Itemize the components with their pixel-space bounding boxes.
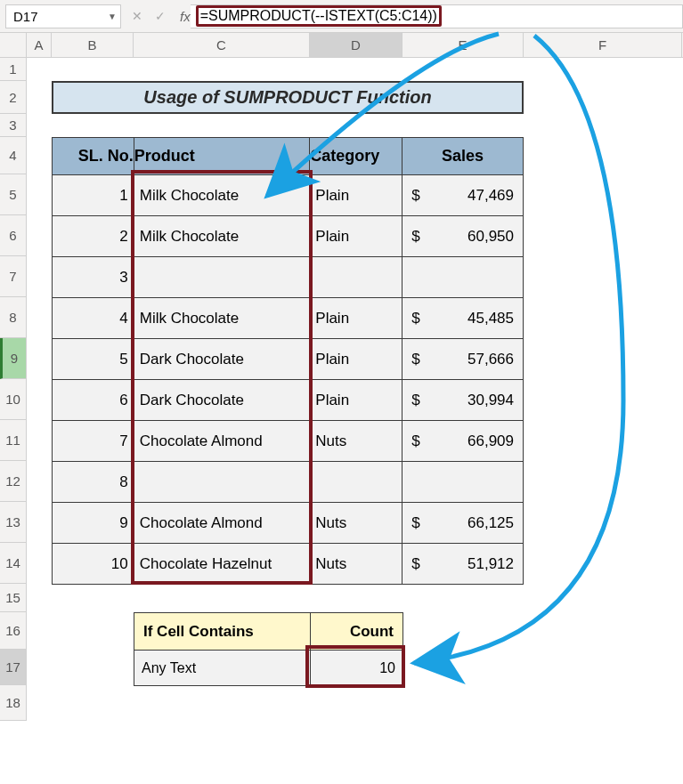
header-sales: Sales [402, 138, 524, 175]
cell-sales[interactable] [402, 462, 524, 503]
cell-product[interactable]: Chocolate Hazelnut [134, 544, 310, 585]
row-header-9[interactable]: 9 [0, 338, 27, 379]
cell-product[interactable]: Chocolate Almond [134, 421, 310, 462]
enter-icon[interactable]: ✓ [153, 9, 167, 23]
col-header-D[interactable]: D [310, 33, 402, 57]
cell-sales[interactable]: $66,125 [402, 503, 524, 544]
col-header-B[interactable]: B [52, 33, 134, 57]
cell-sales[interactable]: $47,469 [402, 175, 524, 216]
header-category: Category [310, 138, 402, 175]
cell-product[interactable] [134, 257, 310, 298]
cell-slno[interactable]: 5 [53, 339, 134, 380]
cell-sales[interactable]: $60,950 [402, 216, 524, 257]
table-row: 8 [53, 462, 524, 503]
cell-category[interactable] [310, 257, 402, 298]
table-row: 2Milk ChocolatePlain$60,950 [53, 216, 524, 257]
row-header-5[interactable]: 5 [0, 174, 27, 215]
table-row: 10Chocolate HazelnutNuts$51,912 [53, 544, 524, 585]
summary-header-condition: If Cell Contains [134, 613, 311, 651]
cell-slno[interactable]: 6 [53, 380, 134, 421]
row-header-15[interactable]: 15 [0, 584, 27, 612]
cell-category[interactable]: Nuts [310, 503, 402, 544]
cell-sales[interactable] [402, 257, 524, 298]
row-header-13[interactable]: 13 [0, 502, 27, 543]
cell-slno[interactable]: 9 [53, 503, 134, 544]
cell-product[interactable]: Dark Chocolate [134, 339, 310, 380]
row-header-18[interactable]: 18 [0, 685, 27, 721]
row-header-2[interactable]: 2 [0, 81, 27, 114]
cell-category[interactable]: Plain [310, 216, 402, 257]
summary-value[interactable]: 10 [311, 651, 403, 686]
cell-slno[interactable]: 7 [53, 421, 134, 462]
cell-sales[interactable]: $57,666 [402, 339, 524, 380]
table-row: 5Dark ChocolatePlain$57,666 [53, 339, 524, 380]
formula-bar-buttons: ✕ ✓ [130, 9, 167, 23]
table-header-row: SL. No. Product Category Sales [53, 138, 524, 175]
cell-slno[interactable]: 1 [53, 175, 134, 216]
cell-sales[interactable]: $51,912 [402, 544, 524, 585]
col-header-E[interactable]: E [402, 33, 524, 57]
row-header-6[interactable]: 6 [0, 215, 27, 256]
cell-sales[interactable]: $45,485 [402, 298, 524, 339]
cell-slno[interactable]: 2 [53, 216, 134, 257]
name-box-value: D17 [13, 9, 38, 24]
cell-product[interactable]: Chocolate Almond [134, 503, 310, 544]
formula-bar-input[interactable]: =SUMPRODUCT(--ISTEXT(C5:C14)) [191, 4, 683, 28]
page-title: Usage of SUMPRODUCT Function [52, 81, 524, 114]
cell-category[interactable]: Plain [310, 339, 402, 380]
cell-category[interactable] [310, 462, 402, 503]
table-row: 6Dark ChocolatePlain$30,994 [53, 380, 524, 421]
cell-product[interactable] [134, 462, 310, 503]
spreadsheet-grid: 1 2 3 4 5 6 7 8 9 10 11 12 13 14 15 16 1… [0, 58, 683, 721]
cell-product[interactable]: Milk Chocolate [134, 216, 310, 257]
cell-sales[interactable]: $30,994 [402, 380, 524, 421]
cell-product[interactable]: Milk Chocolate [134, 298, 310, 339]
summary-header-count: Count [311, 613, 403, 651]
col-header-A[interactable]: A [27, 33, 52, 57]
row-header-4[interactable]: 4 [0, 137, 27, 174]
cancel-icon[interactable]: ✕ [130, 9, 144, 23]
row-header-11[interactable]: 11 [0, 420, 27, 461]
row-headers: 1 2 3 4 5 6 7 8 9 10 11 12 13 14 15 16 1… [0, 58, 27, 721]
formula-text: =SUMPRODUCT(--ISTEXT(C5:C14)) [196, 5, 442, 27]
row-header-16[interactable]: 16 [0, 612, 27, 650]
cell-category[interactable]: Plain [310, 298, 402, 339]
fx-icon[interactable]: fx [180, 9, 191, 24]
col-header-F[interactable]: F [524, 33, 682, 57]
row-header-3[interactable]: 3 [0, 114, 27, 137]
row-header-14[interactable]: 14 [0, 543, 27, 584]
cell-slno[interactable]: 8 [53, 462, 134, 503]
name-box[interactable]: D17 ▼ [5, 4, 121, 28]
col-header-C[interactable]: C [134, 33, 310, 57]
row-header-8[interactable]: 8 [0, 297, 27, 338]
cell-category[interactable]: Plain [310, 380, 402, 421]
table-row: 1Milk ChocolatePlain$47,469 [53, 175, 524, 216]
data-table: SL. No. Product Category Sales 1Milk Cho… [52, 137, 524, 585]
row-header-10[interactable]: 10 [0, 379, 27, 420]
name-box-dropdown-icon[interactable]: ▼ [108, 12, 120, 21]
cell-slno[interactable]: 3 [53, 257, 134, 298]
cell-category[interactable]: Nuts [310, 421, 402, 462]
cell-product[interactable]: Dark Chocolate [134, 380, 310, 421]
row-header-7[interactable]: 7 [0, 256, 27, 297]
cell-sales[interactable]: $66,909 [402, 421, 524, 462]
cell-product[interactable]: Milk Chocolate [134, 175, 310, 216]
summary-row: Any Text 10 [134, 651, 403, 686]
table-row: 7Chocolate AlmondNuts$66,909 [53, 421, 524, 462]
cell-slno[interactable]: 4 [53, 298, 134, 339]
cell-category[interactable]: Plain [310, 175, 402, 216]
row-header-17[interactable]: 17 [0, 650, 27, 685]
cell-category[interactable]: Nuts [310, 544, 402, 585]
summary-table: If Cell Contains Count Any Text 10 [134, 612, 403, 686]
table-row: 3 [53, 257, 524, 298]
row-header-12[interactable]: 12 [0, 461, 27, 502]
cell-slno[interactable]: 10 [53, 544, 134, 585]
table-row: 4Milk ChocolatePlain$45,485 [53, 298, 524, 339]
summary-label[interactable]: Any Text [134, 651, 311, 686]
cells-area[interactable]: Usage of SUMPRODUCT Function SL. No. Pro… [27, 58, 683, 721]
column-headers: A B C D E F [0, 33, 683, 58]
table-row: 9Chocolate AlmondNuts$66,125 [53, 503, 524, 544]
row-header-1[interactable]: 1 [0, 58, 27, 81]
formula-bar-row: D17 ▼ ✕ ✓ fx =SUMPRODUCT(--ISTEXT(C5:C14… [0, 0, 683, 33]
select-all-corner[interactable] [0, 33, 27, 57]
